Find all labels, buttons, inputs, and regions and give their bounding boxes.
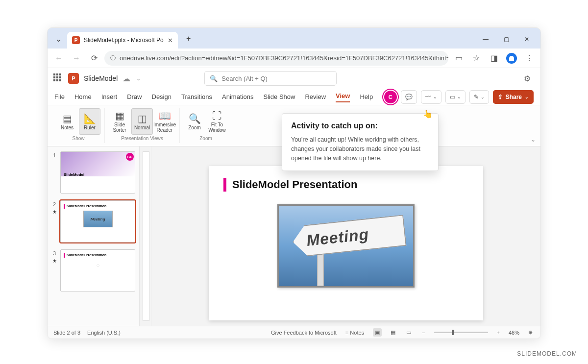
site-info-icon[interactable]: ⓘ (110, 54, 116, 62)
browser-tab[interactable]: P SlideModel.pptx - Microsoft Po ✕ (67, 32, 178, 49)
search-placeholder: Search (Alt + Q) (221, 75, 268, 82)
thumbnail-row[interactable]: 2★ SlideModel Presentation Meeting (51, 200, 135, 243)
title-dropdown-icon[interactable]: ⌄ (136, 75, 141, 82)
zoom-in-button[interactable]: + (495, 329, 502, 337)
slideshow-view-icon[interactable]: ▭ (404, 328, 413, 337)
notes-icon: ▤ (63, 113, 72, 124)
slide-counter[interactable]: Slide 2 of 3 (53, 330, 80, 336)
address-bar[interactable]: ⓘ onedrive.live.com/edit?action=editnew&… (104, 51, 448, 66)
window-minimize-button[interactable]: — (476, 32, 495, 47)
thumb-number: 2 (53, 201, 56, 207)
tab-slideshow[interactable]: Slide Show (263, 93, 295, 100)
thumbnail-3[interactable]: SlideModel Presentation ◌ (60, 249, 135, 291)
slide-title[interactable]: SlideModel Presentation (232, 178, 358, 191)
bookmark-icon[interactable]: ☆ (469, 51, 484, 66)
tab-insert[interactable]: Insert (101, 93, 118, 100)
app-launcher-icon[interactable] (53, 73, 63, 83)
browser-menu-icon[interactable]: ⋮ (522, 51, 537, 66)
search-input[interactable]: 🔍 Search (Alt + Q) (204, 71, 337, 86)
present-button[interactable]: ▭⌄ (445, 90, 466, 104)
fit-to-window-icon[interactable]: ⊕ (526, 328, 535, 337)
thumbnail-2[interactable]: SlideModel Presentation Meeting (60, 200, 135, 243)
collaborator-badge: GU (126, 153, 134, 161)
notes-button[interactable]: ▤Notes (56, 108, 78, 135)
zoom-slider[interactable] (434, 332, 488, 333)
forward-button[interactable]: → (69, 51, 84, 66)
reading-list-icon[interactable]: ▭ (451, 51, 466, 66)
window-close-button[interactable]: ✕ (517, 32, 537, 47)
zoom-button[interactable]: 🔍Zoom (184, 108, 205, 135)
normal-view-button[interactable]: ◫Normal (131, 108, 153, 135)
group-label-views: Presentation Views (121, 136, 163, 141)
tab-animations[interactable]: Animations (222, 93, 253, 100)
presence-avatar[interactable]: C (384, 91, 397, 103)
zoom-level[interactable]: 46% (509, 330, 519, 336)
chevron-down-icon: ⌄ (481, 95, 485, 99)
slide-image[interactable]: Meeting (277, 204, 415, 288)
accent-bar (223, 178, 226, 192)
editing-mode-button[interactable]: ✎⌄ (469, 90, 489, 104)
activity-icon: 〰 (425, 94, 431, 100)
feedback-link[interactable]: Give Feedback to Microsoft (271, 330, 337, 336)
thumbnail-1[interactable]: GU SlideModel (60, 151, 135, 194)
close-tab-icon[interactable]: ✕ (168, 37, 173, 44)
thumbnail-row[interactable]: 3★ SlideModel Presentation ◌ (51, 249, 135, 291)
reload-button[interactable]: ⟳ (87, 51, 101, 66)
powerpoint-icon: P (72, 36, 80, 44)
normal-icon: ◫ (138, 113, 147, 124)
comments-button[interactable]: 💬 (401, 90, 417, 104)
chevron-down-icon: ⌄ (433, 95, 437, 99)
immersive-reader-button[interactable]: 📖Immersive Reader (154, 108, 175, 135)
slide-canvas[interactable]: SlideModel Presentation Meeting (151, 156, 540, 326)
chevron-down-icon: ⌄ (525, 95, 529, 99)
zoom-out-button[interactable]: − (420, 329, 427, 337)
fit-icon: ⛶ (212, 110, 222, 121)
settings-icon[interactable]: ⚙ (520, 71, 535, 86)
tabs-dropdown-icon[interactable]: ⌄ (51, 32, 65, 46)
slide[interactable]: SlideModel Presentation Meeting (209, 166, 483, 320)
language-status[interactable]: English (U.S.) (87, 330, 121, 336)
vertical-ruler (140, 146, 151, 326)
notes-toggle[interactable]: ≡ Notes (343, 329, 366, 337)
share-label: Share (506, 94, 522, 100)
status-bar: Slide 2 of 3 English (U.S.) Give Feedbac… (48, 326, 540, 339)
thumb-title: SlideModel (64, 172, 132, 177)
sorter-view-icon[interactable]: ▦ (389, 328, 397, 337)
thumbnail-row[interactable]: 1 GU SlideModel (51, 151, 135, 194)
tab-design[interactable]: Design (152, 93, 172, 100)
pencil-icon: ✎ (474, 94, 479, 100)
catchup-button[interactable]: 〰⌄ (421, 90, 441, 104)
tab-file[interactable]: File (54, 93, 65, 100)
tab-home[interactable]: Home (74, 93, 92, 100)
save-status-icon[interactable]: ☁ (122, 74, 131, 83)
tab-transitions[interactable]: Transitions (181, 93, 212, 100)
tab-view[interactable]: View (336, 92, 350, 102)
ribbon-tabs: File Home Insert Draw Design Transitions… (48, 89, 540, 105)
edit-area: 1 GU SlideModel 2★ SlideModel Presentati… (48, 146, 540, 326)
slide-sorter-button[interactable]: ▦Slide Sorter (109, 108, 130, 135)
document-title[interactable]: SlideModel (84, 74, 118, 82)
loading-icon: ◌ (64, 264, 132, 267)
sidepanel-icon[interactable]: ◨ (487, 51, 501, 66)
new-tab-button[interactable]: + (182, 32, 196, 46)
normal-view-icon[interactable]: ▣ (373, 328, 382, 337)
popover-body: You're all caught up! While working with… (291, 135, 429, 163)
reader-icon: 📖 (159, 110, 171, 121)
thumb-title: SlideModel Presentation (67, 253, 106, 257)
browser-window: ⌄ P SlideModel.pptx - Microsoft Po ✕ + —… (47, 27, 541, 339)
share-button[interactable]: ⇪Share⌄ (493, 90, 534, 104)
popover-title: Activity to catch up on: (291, 121, 429, 130)
fit-window-button[interactable]: ⛶Fit To Window (206, 108, 228, 135)
window-maximize-button[interactable]: ▢ (496, 32, 516, 47)
group-label-show: Show (72, 136, 84, 141)
tab-draw[interactable]: Draw (127, 93, 142, 100)
app-titlebar: P SlideModel ☁ ⌄ 🔍 Search (Alt + Q) ⚙ (48, 68, 540, 89)
thumb-title: SlideModel Presentation (67, 204, 106, 208)
ribbon-collapse-icon[interactable]: ⌄ (531, 136, 536, 143)
search-icon: 🔍 (210, 75, 218, 82)
tab-review[interactable]: Review (305, 93, 326, 100)
tab-help[interactable]: Help (360, 93, 373, 100)
ruler-button[interactable]: 📐Ruler (79, 108, 100, 135)
back-button[interactable]: ← (51, 51, 66, 66)
profile-avatar[interactable] (504, 51, 519, 66)
